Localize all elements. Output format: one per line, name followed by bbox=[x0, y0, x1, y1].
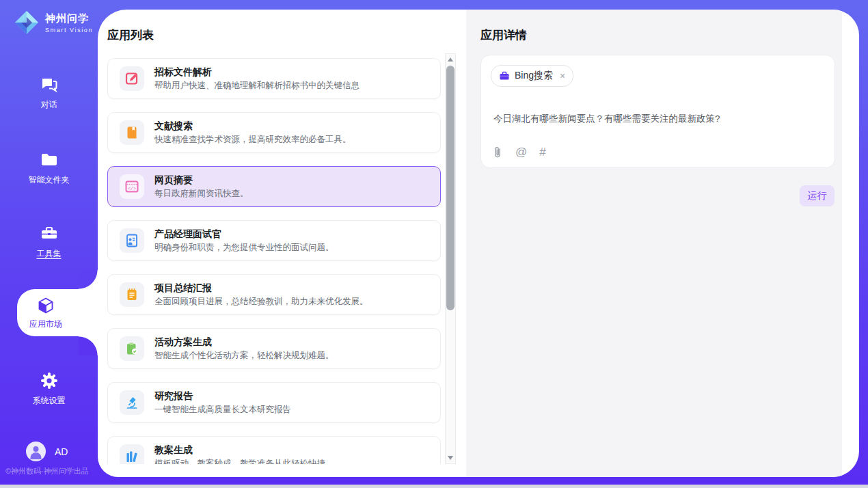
avatar bbox=[26, 442, 46, 461]
sidebar: 神州问学 Smart Vision 对话 智能文件夹 工具 bbox=[0, 0, 98, 488]
notepad-icon bbox=[125, 288, 139, 301]
app-card-lesson-plan[interactable]: 教案生成 模板驱动，教案秒成，教学准备从此轻松快捷 bbox=[107, 436, 441, 464]
sidebar-item-settings[interactable]: 系统设置 bbox=[0, 371, 98, 407]
app-card-research-report[interactable]: 研究报告 一键智能生成高质量长文本研究报告 bbox=[107, 382, 441, 423]
sidebar-item-toolset[interactable]: 工具集 bbox=[0, 224, 98, 260]
sidebar-item-label: 应用市场 bbox=[29, 318, 62, 330]
brand-subtitle: Smart Vision bbox=[45, 27, 93, 33]
tool-tag-bing-search[interactable]: Bing搜索 × bbox=[491, 65, 573, 87]
sidebar-item-label: 对话 bbox=[41, 99, 57, 111]
cube-icon bbox=[36, 296, 56, 316]
app-desc: 明确身份和职责，为您提供专业性的面试问题。 bbox=[154, 241, 334, 254]
app-desc: 每日政府新闻资讯快查。 bbox=[154, 187, 249, 200]
mention-icon[interactable]: @ bbox=[515, 146, 527, 158]
app-card-project-summary[interactable]: 项目总结汇报 全面回顾项目进展，总结经验教训，助力未来优化发展。 bbox=[107, 274, 441, 315]
app-title: 产品经理面试官 bbox=[154, 227, 334, 241]
briefcase-icon bbox=[499, 70, 510, 81]
app-desc: 全面回顾项目进展，总结经验教训，助力未来优化发展。 bbox=[154, 295, 368, 308]
app-title: 文献搜索 bbox=[154, 119, 351, 133]
brand-logo: 神州问学 Smart Vision bbox=[14, 10, 93, 36]
chat-icon bbox=[40, 75, 59, 94]
bubble-curve-bottom bbox=[79, 336, 98, 355]
sidebar-item-label: 系统设置 bbox=[33, 395, 66, 407]
app-list-scrollbar[interactable] bbox=[445, 53, 456, 464]
user-account[interactable]: AD bbox=[26, 442, 68, 461]
app-detail-panel: 应用详情 Bing搜索 × 今日湖北有哪些新闻要点？有哪些需要关注的最新政策? bbox=[466, 10, 842, 477]
app-title: 项目总结汇报 bbox=[154, 281, 368, 295]
app-title: 研究报告 bbox=[154, 389, 291, 403]
app-title: 活动方案生成 bbox=[154, 335, 334, 349]
input-tools-row: @ # bbox=[492, 146, 546, 159]
app-list-title: 应用列表 bbox=[107, 27, 154, 43]
user-initials: AD bbox=[55, 446, 68, 457]
app-title: 教案生成 bbox=[154, 443, 325, 457]
query-text[interactable]: 今日湖北有哪些新闻要点？有哪些需要关注的最新政策? bbox=[493, 113, 822, 125]
scroll-down-button[interactable] bbox=[446, 452, 455, 463]
svg-text:</>: </> bbox=[128, 187, 136, 191]
books-icon bbox=[125, 450, 139, 463]
interview-doc-icon bbox=[125, 234, 139, 247]
app-card-bid-parse[interactable]: 招标文件解析 帮助用户快速、准确地理解和解析招标书中的关键信息 bbox=[107, 58, 441, 99]
sidebar-item-chat[interactable]: 对话 bbox=[0, 75, 98, 111]
sidebar-item-app-market[interactable]: 应用市场 bbox=[17, 289, 74, 336]
scroll-down-icon bbox=[448, 456, 453, 460]
copyright-text: ©神州数码·神州问学出品 bbox=[5, 466, 89, 476]
app-card-pm-interviewer[interactable]: 产品经理面试官 明确身份和职责，为您提供专业性的面试问题。 bbox=[107, 220, 441, 261]
folder-icon bbox=[40, 150, 59, 170]
diamond-logo-icon bbox=[14, 10, 40, 36]
app-desc: 模板驱动，教案秒成，教学准备从此轻松快捷 bbox=[154, 457, 325, 464]
close-icon[interactable]: × bbox=[560, 70, 565, 81]
app-card-web-summary-selected[interactable]: </> 网页摘要 每日政府新闻资讯快查。 bbox=[107, 166, 441, 207]
gear-icon bbox=[40, 371, 59, 390]
app-desc: 帮助用户快速、准确地理解和解析招标书中的关键信息 bbox=[154, 79, 360, 92]
app-detail-title: 应用详情 bbox=[480, 27, 527, 43]
sidebar-item-label: 智能文件夹 bbox=[29, 174, 70, 186]
sidebar-item-smart-folders[interactable]: 智能文件夹 bbox=[0, 150, 98, 186]
app-desc: 一键智能生成高质量长文本研究报告 bbox=[154, 403, 291, 416]
scroll-up-icon bbox=[448, 57, 453, 62]
app-title: 招标文件解析 bbox=[154, 65, 360, 79]
app-card-event-plan[interactable]: 活动方案生成 智能生成个性化活动方案，轻松解决规划难题。 bbox=[107, 328, 441, 369]
brand-name: 神州问学 bbox=[45, 12, 93, 25]
app-desc: 智能生成个性化活动方案，轻松解决规划难题。 bbox=[154, 349, 334, 362]
tool-tag-label: Bing搜索 bbox=[515, 70, 553, 82]
app-card-literature-search[interactable]: 文献搜索 快速精准查找学术资源，提高研究效率的必备工具。 bbox=[107, 112, 441, 153]
microscope-icon bbox=[125, 396, 139, 409]
toolbox-icon bbox=[40, 224, 59, 243]
pen-square-icon bbox=[125, 72, 139, 85]
app-window: 神州问学 Smart Vision 对话 智能文件夹 工具 bbox=[0, 0, 868, 488]
app-desc: 快速精准查找学术资源，提高研究效率的必备工具。 bbox=[154, 133, 351, 146]
run-button[interactable]: 运行 bbox=[800, 185, 835, 206]
scrollbar-thumb[interactable] bbox=[446, 66, 455, 310]
scroll-up-button[interactable] bbox=[446, 54, 455, 65]
app-list: 招标文件解析 帮助用户快速、准确地理解和解析招标书中的关键信息 文献搜索 快速精… bbox=[107, 58, 441, 464]
window-bottom-edge bbox=[0, 485, 868, 488]
paperclip-icon[interactable] bbox=[492, 146, 503, 159]
book-icon bbox=[125, 126, 139, 139]
app-title: 网页摘要 bbox=[154, 173, 249, 187]
hash-icon[interactable]: # bbox=[539, 146, 545, 158]
browser-code-icon: </> bbox=[125, 180, 139, 193]
sidebar-item-app-market-active: 应用市场 bbox=[17, 289, 98, 336]
main-panel: 应用列表 招标文件解析 帮助用户快速、准确地理解和解析招标书中的关键信息 bbox=[98, 10, 859, 477]
sidebar-item-label: 工具集 bbox=[37, 248, 62, 260]
bubble-curve-top bbox=[79, 270, 98, 289]
query-card: Bing搜索 × 今日湖北有哪些新闻要点？有哪些需要关注的最新政策? @ # bbox=[480, 55, 835, 168]
clipboard-check-icon bbox=[125, 342, 139, 355]
